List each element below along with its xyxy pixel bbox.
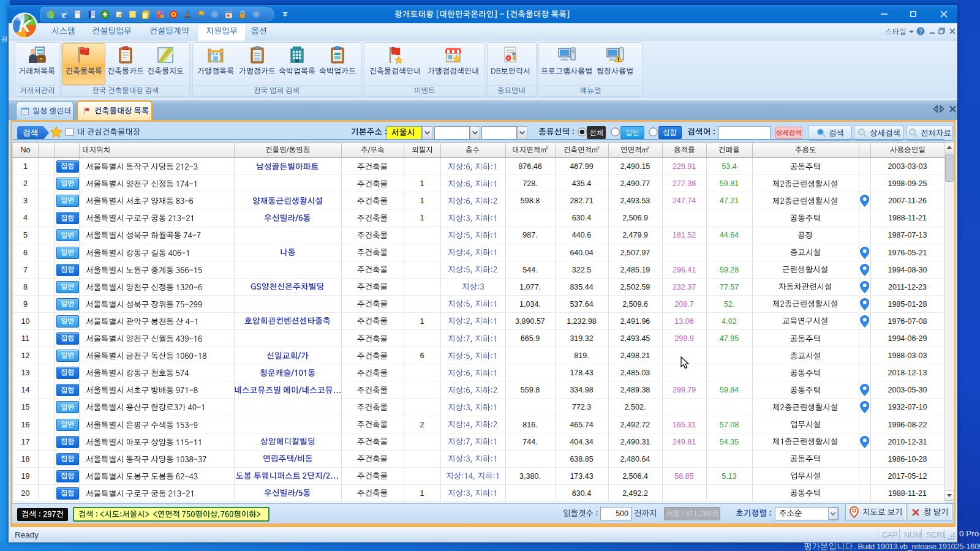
svg-text:K: K (18, 17, 32, 36)
svg-text:?: ? (919, 28, 922, 35)
